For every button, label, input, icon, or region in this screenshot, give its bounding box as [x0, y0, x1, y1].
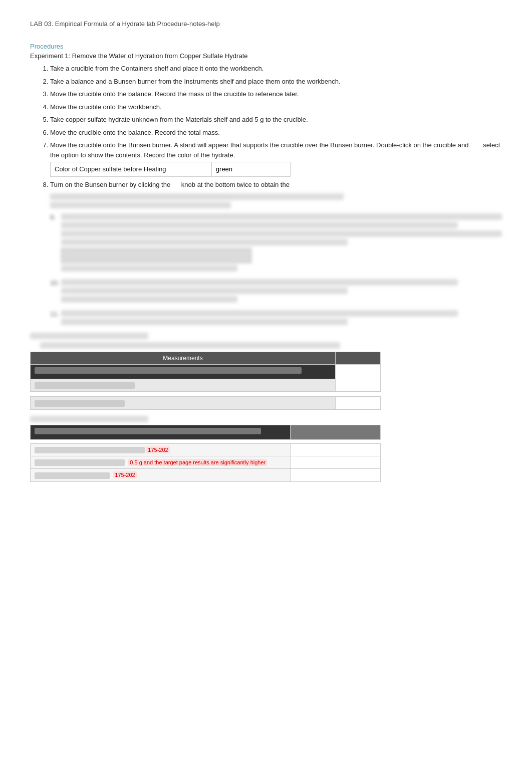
- experiment2-steps: [40, 342, 502, 349]
- steps-list: Take a crucible from the Containers shel…: [50, 64, 502, 189]
- table-row: [31, 365, 381, 379]
- calc-label-4: 175-202: [31, 469, 291, 481]
- step-5: Take copper sulfate hydrate unknown from…: [50, 115, 502, 125]
- calc-field-4[interactable]: [295, 471, 376, 478]
- step-7: Move the crucible onto the Bunsen burner…: [50, 140, 502, 177]
- calc-row-3: 0.5 g and the target page results are si…: [31, 456, 381, 468]
- step-2: Take a balance and a Bunsen burner from …: [50, 77, 502, 87]
- mass-crucible-contents-input[interactable]: [336, 379, 381, 392]
- step-4: Move the crucible onto the workbench.: [50, 102, 502, 112]
- blurred-continuation: [50, 193, 502, 208]
- color-table: Color of Copper sulfate before Heating: [50, 162, 291, 177]
- calc-label-1: [31, 425, 291, 439]
- calc-label-2: 175-202: [31, 443, 291, 456]
- procedures-heading: Procedures: [30, 43, 502, 50]
- mass-crucible-contents-label: [31, 379, 336, 392]
- data-tables-section: Measurements: [30, 352, 502, 482]
- calculate-table: 175-202 0.5 g and the target page result…: [30, 425, 381, 482]
- calc-field-3[interactable]: [295, 459, 376, 466]
- mass-crucible-field[interactable]: [340, 368, 376, 375]
- calc-label-3: 0.5 g and the target page results are si…: [31, 456, 291, 468]
- mass-crucible-after-field[interactable]: [340, 399, 376, 406]
- blurred-steps: 9. 10. 11.: [50, 213, 502, 328]
- color-table-label: Color of Copper sulfate before Heating: [51, 162, 212, 177]
- mass-crucible-contents-field[interactable]: [340, 382, 376, 389]
- experiment2-title: [30, 333, 502, 339]
- color-input[interactable]: [216, 165, 266, 173]
- calc-row-4: 175-202: [31, 469, 381, 481]
- step-1: Take a crucible from the Containers shel…: [50, 64, 502, 74]
- step-8: Turn on the Bunsen burner by clicking th…: [50, 180, 502, 190]
- calculate-label: [30, 416, 502, 422]
- calc-value-2[interactable]: [290, 443, 380, 456]
- calc-field-2[interactable]: [295, 446, 376, 453]
- calc-row-1: [31, 425, 381, 439]
- experiment1-title: Experiment 1: Remove the Water of Hydrat…: [30, 52, 502, 60]
- calc-row-2: 175-202: [31, 443, 381, 456]
- step-3: Move the crucible onto the balance. Reco…: [50, 89, 502, 99]
- table-row: [31, 397, 381, 409]
- calc-value-1: [290, 425, 380, 439]
- color-table-value[interactable]: [211, 162, 290, 177]
- table1-header: Measurements: [31, 352, 336, 365]
- mass-crucible-after-label: [31, 397, 336, 409]
- mass-crucible-label: [31, 365, 336, 379]
- mass-crucible-input[interactable]: [336, 365, 381, 379]
- calc-value-3[interactable]: [290, 456, 380, 468]
- table1-value-header: [336, 352, 381, 365]
- table-row: [31, 379, 381, 392]
- measurements-table: Measurements: [30, 352, 381, 410]
- page-title: LAB 03. Empirical Formula of a Hydrate l…: [30, 20, 502, 28]
- calc-value-4[interactable]: [290, 469, 380, 481]
- step-6: Move the crucible onto the balance. Reco…: [50, 128, 502, 138]
- mass-crucible-after-input[interactable]: [336, 397, 381, 409]
